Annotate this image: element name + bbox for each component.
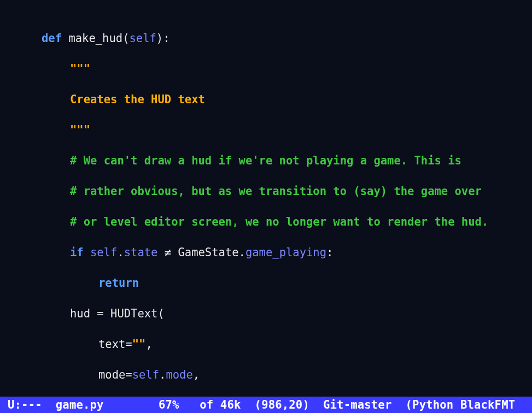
code-line: text="",	[0, 337, 532, 352]
code-line: """	[0, 122, 532, 138]
code-line: def make_hud(self):	[0, 31, 532, 46]
code-line: if self.state ≠ GameState.game_playing:	[0, 245, 532, 260]
code-line: return	[0, 275, 532, 291]
modeline-status: U:---	[8, 398, 42, 411]
modeline-filename: game.py	[56, 398, 104, 411]
modeline-percent: 67%	[159, 398, 179, 411]
code-line: # rather obvious, but as we transition t…	[0, 184, 532, 199]
code-line: mode=self.mode,	[0, 367, 532, 382]
modeline-position: (986,20)	[255, 398, 309, 411]
code-line: # or level editor screen, we no longer w…	[0, 214, 532, 229]
modeline-size: of 46k	[200, 398, 241, 411]
modeline-vc: Git-master	[323, 398, 391, 411]
code-line: hud = HUDText(	[0, 306, 532, 321]
code-line: """	[0, 61, 532, 76]
code-line: # We can't draw a hud if we're not playi…	[0, 153, 532, 168]
modeline-modes: (Python BlackFMT	[406, 398, 516, 411]
code-line: Creates the HUD text	[0, 92, 532, 107]
emacs-modeline[interactable]: U:--- game.py 67% of 46k (986,20) Git-ma…	[0, 397, 532, 413]
code-editor[interactable]: def make_hud(self): """ Creates the HUD …	[0, 0, 532, 413]
